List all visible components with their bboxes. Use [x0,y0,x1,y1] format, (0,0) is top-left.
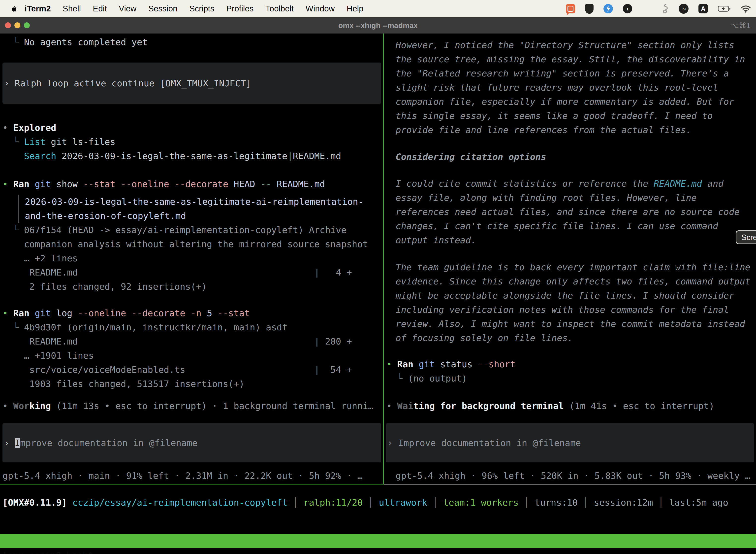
prompt-input[interactable]: › Improve documentation in @filename [386,423,754,462]
letter-a-app-icon[interactable]: A [698,4,708,13]
menu-item-window[interactable]: Window [300,4,340,13]
menu-item-iterm2[interactable]: iTerm2 [17,4,57,13]
token: gpt-5.4 xhigh · 96% left · 520K in · 5.8… [396,470,750,481]
token: might be acceptable alongside the file l… [396,290,734,300]
battery-icon[interactable] [718,5,731,12]
token: --short [472,359,515,369]
terminal-line: • Ran git show --stat --oneline --decora… [2,177,325,191]
terminal-line: … +1901 lines [2,348,94,363]
token: (no output) [408,373,467,384]
token: 2026-03-09-is-legal-the-same-as-legitima… [25,197,363,207]
token: -n [185,308,201,318]
token: provide file and line references from th… [396,125,691,135]
token [2,151,24,161]
inject-line: › Ralph loop active continue [OMX_TMUX_I… [2,76,251,90]
right-pane[interactable]: However, I noticed the "Directory Struct… [385,34,756,485]
terminal-line: README.md | 4 + [2,265,352,279]
token: 4b9d30f (origin/main, instructkr/main, m… [24,322,288,332]
token: including verification notes with those … [396,304,729,315]
wifi-icon[interactable] [741,5,751,13]
thinking-line: the source tree, missing the essay. Stil… [396,52,745,66]
token: gpt-5.4 xhigh · main · 91% left · 2.31M … [2,470,363,481]
screen: iTerm2 Shell Edit View Session Scripts P… [0,0,756,554]
dots-grid-icon[interactable] [642,4,651,13]
thinking-line: including verification notes with those … [396,302,729,317]
terminal: └ No agents completed yet › Ralph loop a… [0,34,756,554]
menu-item-edit[interactable]: Edit [87,4,113,13]
token: last:5m ago [669,497,728,508]
token: Explored [13,123,56,133]
token: However, I noticed the "Directory Struct… [396,40,734,50]
token: git ls-files [45,137,115,147]
terminal-line: └ List git ls-files [2,135,115,149]
terminal-line: └ (no output) [386,371,467,385]
token: • [386,359,397,369]
menu-item-help[interactable]: Help [340,4,369,13]
left-pane-bottom-border [0,484,383,485]
token: │ [653,497,669,508]
token: the "Related research writing" section i… [396,68,729,78]
thinking-line: slight risk that future readers may over… [396,80,718,95]
thinking-line: provide file and line references from th… [396,123,691,137]
menu-item-shell[interactable]: Shell [57,4,87,13]
screen-capture-tooltip[interactable]: Scre [736,230,756,244]
token: ralph:11/20 [304,497,363,508]
terminal-line: └ No agents completed yet [2,35,147,49]
pane-divider[interactable] [383,34,384,485]
token: show [51,179,78,189]
terminal-line: └ 4b9d30f (origin/main, instructkr/main,… [2,320,288,334]
token: status [435,359,472,369]
token: Wai [397,401,413,411]
token: 1903 files changed, 513517 insertions(+) [2,379,244,389]
token: • [2,179,13,189]
terminal-line: Search 2026-03-09-is-legal-the-same-as-l… [2,149,341,163]
token: README.md | 280 + [2,336,352,346]
token: I could cite commit statistics or refere… [396,178,653,189]
tmux-window-label[interactable]: [omx-cczip0:bash* [2,548,93,554]
screenshot-app-icon[interactable] [566,4,575,13]
tmux-status-bar: [omx-cczip0:bash* "MacBook-Pro-44.local"… [0,534,756,548]
right-pane-bottom-border [384,484,756,485]
token: companion analysis without altering the … [2,239,368,249]
token: List [24,137,46,147]
window-shortcut-badge: ⌥⌘1 [731,17,751,34]
battery-percent-badge-icon[interactable]: ..61 [679,4,689,14]
verified-badge-icon[interactable] [604,4,613,13]
token: • [386,401,397,411]
inject-box: › Ralph loop active continue [OMX_TMUX_I… [2,63,381,104]
menu-item-profiles[interactable]: Profiles [220,4,259,13]
token: git [29,308,51,318]
token: • [2,123,13,133]
menu-item-toolbelt[interactable]: Toolbelt [259,4,300,13]
token: ultrawork [379,497,427,508]
terminal-line: and-the-erosion-of-copyleft.md [25,209,363,223]
token: team:1 workers [443,497,518,508]
apple-menu-icon[interactable] [10,5,17,13]
token: cczip/essay/ai-reimplementation-copyleft [67,497,288,508]
token: └ [2,322,24,332]
hook-icon[interactable] [661,3,669,14]
token: Ran [13,179,29,189]
terminal-line: 1903 files changed, 513517 insertions(+) [2,377,244,391]
token: -- [255,179,271,189]
token: and-the-erosion-of-copyleft.md [25,211,186,221]
thinking-line: this single essay, it seems like a good … [396,109,713,123]
shield-grid-icon[interactable] [585,4,593,14]
circle-chevron-icon[interactable]: ‹ [623,4,632,13]
menu-item-scripts[interactable]: Scripts [183,4,220,13]
terminal-line: README.md | 280 + [2,334,352,348]
token: The team guideline is to back every impo… [396,262,750,272]
prompt-input[interactable]: › Improve documentation in @filename [2,423,381,462]
token: Ran [13,308,29,318]
menu-item-session[interactable]: Session [142,4,183,13]
token: … +1901 lines [2,350,94,361]
token: git [29,179,51,189]
model-status-line: gpt-5.4 xhigh · 96% left · 520K in · 5.8… [396,468,750,483]
token: README.md [653,178,702,189]
token: └ [2,137,24,147]
token: (11m 13s • esc to interrupt) · 1 backgro… [51,401,373,411]
menu-item-view[interactable]: View [113,4,142,13]
token: git [413,359,435,369]
token: and [702,178,723,189]
left-pane[interactable]: └ No agents completed yet › Ralph loop a… [0,34,383,485]
